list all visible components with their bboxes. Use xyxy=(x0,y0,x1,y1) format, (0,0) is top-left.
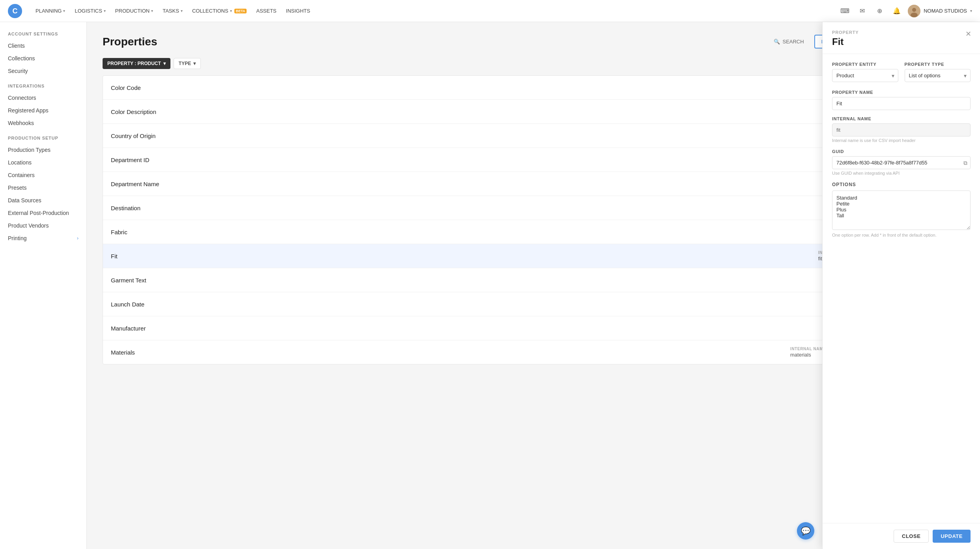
type-filter-button[interactable]: TYPE ▾ xyxy=(174,58,201,69)
nav-item-tasks[interactable]: TASKS▾ xyxy=(159,6,187,16)
globe-icon-btn[interactable]: ⊕ xyxy=(873,5,886,17)
property-type-field: PROPERTY TYPE List of options xyxy=(905,62,971,82)
sidebar: ACCOUNT SETTINGSClientsCollectionsSecuri… xyxy=(0,22,87,549)
guid-field: GUID ⧉ Use GUID when integrating via API xyxy=(832,149,971,176)
close-button[interactable]: CLOSE xyxy=(894,530,929,543)
sidebar-item-label: Webhooks xyxy=(8,120,34,126)
bell-icon-btn[interactable]: 🔔 xyxy=(890,5,903,17)
property-type-select-wrapper: List of options xyxy=(905,69,971,82)
sidebar-item-label: Production Types xyxy=(8,147,50,153)
property-type-label: PROPERTY TYPE xyxy=(905,62,971,67)
property-name-input[interactable] xyxy=(832,97,971,110)
sidebar-item-containers[interactable]: Containers xyxy=(0,169,86,181)
chevron-down-icon: ▾ xyxy=(230,9,232,13)
keyboard-icon-btn[interactable]: ⌨ xyxy=(838,5,851,17)
options-textarea[interactable] xyxy=(832,190,971,230)
property-entity-select[interactable]: Product xyxy=(832,69,898,82)
panel-body: PROPERTY ENTITY Product PROPERTY TYPE Li… xyxy=(823,54,980,523)
property-row-name: Fit xyxy=(111,253,818,260)
sidebar-item-label: Data Sources xyxy=(8,197,41,204)
property-row-name: Department ID xyxy=(111,157,877,163)
sidebar-item-product-vendors[interactable]: Product Vendors xyxy=(0,219,86,232)
sidebar-item-webhooks[interactable]: Webhooks xyxy=(0,117,86,129)
nav-item-logistics[interactable]: LOGISTICS▾ xyxy=(71,6,109,16)
sidebar-item-printing[interactable]: Printing› xyxy=(0,232,86,245)
nav-item-assets[interactable]: ASSETS xyxy=(252,6,280,16)
sidebar-item-clients[interactable]: Clients xyxy=(0,39,86,52)
property-row-name: Country of Origin xyxy=(111,133,877,139)
sidebar-item-label: Containers xyxy=(8,172,35,178)
top-nav: C PLANNING▾LOGISTICS▾PRODUCTION▾TASKS▾CO… xyxy=(0,0,980,22)
sidebar-item-label: Clients xyxy=(8,43,25,49)
sidebar-item-locations[interactable]: Locations xyxy=(0,156,86,169)
entity-type-row: PROPERTY ENTITY Product PROPERTY TYPE Li… xyxy=(832,62,971,82)
side-panel: PROPERTY Fit ✕ PROPERTY ENTITY Product P… xyxy=(822,22,980,549)
guid-input-wrapper: ⧉ xyxy=(832,156,971,169)
property-meta-value: materials xyxy=(790,352,811,358)
property-meta-label: INTERNAL NAME xyxy=(790,347,826,351)
email-icon-btn[interactable]: ✉ xyxy=(856,5,868,17)
sidebar-item-collections[interactable]: Collections xyxy=(0,52,86,65)
internal-name-field: INTERNAL NAME Internal name is use for C… xyxy=(832,116,971,143)
property-entity-label: PROPERTY ENTITY xyxy=(832,62,898,67)
update-button[interactable]: UPDATE xyxy=(933,530,971,543)
property-entity-field: PROPERTY ENTITY Product xyxy=(832,62,898,82)
sidebar-item-label: Connectors xyxy=(8,95,36,101)
options-field: OPTIONS One option per row. Add * in fro… xyxy=(832,182,971,237)
panel-title: Fit xyxy=(832,36,971,47)
app-logo[interactable]: C xyxy=(8,4,22,18)
nav-item-planning[interactable]: PLANNING▾ xyxy=(32,6,69,16)
sidebar-item-presets[interactable]: Presets xyxy=(0,181,86,194)
nav-right: ⌨ ✉ ⊕ 🔔 NOMAD STUDIOS ▾ xyxy=(838,5,972,17)
guid-label: GUID xyxy=(832,149,971,154)
user-avatar xyxy=(908,5,920,17)
property-row-name: Materials xyxy=(111,349,790,356)
property-row-name: Department Name xyxy=(111,181,877,187)
page-title: Properties xyxy=(103,35,157,48)
sidebar-item-production-types[interactable]: Production Types xyxy=(0,144,86,156)
panel-header: PROPERTY Fit ✕ xyxy=(823,22,980,54)
sidebar-item-registered-apps[interactable]: Registered Apps xyxy=(0,104,86,117)
svg-point-3 xyxy=(912,8,916,12)
search-button[interactable]: 🔍 SEARCH xyxy=(768,35,809,48)
user-menu[interactable]: NOMAD STUDIOS ▾ xyxy=(908,5,972,17)
chevron-down-icon: ▾ xyxy=(104,9,106,13)
sidebar-item-external-post-production[interactable]: External Post-Production xyxy=(0,207,86,219)
property-type-select[interactable]: List of options xyxy=(905,69,971,82)
internal-name-label: INTERNAL NAME xyxy=(832,116,971,121)
user-name: NOMAD STUDIOS xyxy=(924,8,967,14)
sidebar-item-label: External Post-Production xyxy=(8,210,69,216)
nav-item-collections[interactable]: COLLECTIONS▾BETA xyxy=(188,6,251,16)
sidebar-item-label: Product Vendors xyxy=(8,222,49,229)
property-name-field: PROPERTY NAME xyxy=(832,90,971,110)
property-row-name: Destination xyxy=(111,205,877,211)
chat-bubble-button[interactable]: 💬 xyxy=(797,522,814,540)
property-filter-chevron-icon: ▾ xyxy=(163,61,166,66)
copy-icon[interactable]: ⧉ xyxy=(963,159,967,166)
svg-point-4 xyxy=(911,13,918,17)
property-row-name: Color Code xyxy=(111,84,877,91)
property-row-name: Manufacturer xyxy=(111,325,877,332)
sidebar-item-data-sources[interactable]: Data Sources xyxy=(0,194,86,207)
type-filter-label: TYPE xyxy=(179,61,191,66)
internal-name-hint: Internal name is use for CSV import head… xyxy=(832,138,971,143)
property-name-label: PROPERTY NAME xyxy=(832,90,971,95)
property-filter-button[interactable]: PROPERTY : PRODUCT ▾ xyxy=(103,58,170,69)
sidebar-item-label: Security xyxy=(8,68,28,74)
nav-item-insights[interactable]: INSIGHTS xyxy=(282,6,314,16)
sidebar-item-label: Collections xyxy=(8,55,35,62)
sidebar-section-title: INTEGRATIONS xyxy=(0,77,86,92)
sidebar-item-security[interactable]: Security xyxy=(0,65,86,77)
panel-close-button[interactable]: ✕ xyxy=(963,28,974,39)
property-row-name: Garment Text xyxy=(111,277,877,284)
sidebar-item-connectors[interactable]: Connectors xyxy=(0,92,86,104)
beta-badge: BETA xyxy=(234,9,247,13)
type-filter-chevron-icon: ▾ xyxy=(193,61,196,66)
options-hint: One option per row. Add * in front of th… xyxy=(832,233,971,237)
app-layout: ACCOUNT SETTINGSClientsCollectionsSecuri… xyxy=(0,22,980,549)
user-chevron-icon: ▾ xyxy=(970,9,972,13)
nav-item-production[interactable]: PRODUCTION▾ xyxy=(111,6,157,16)
property-row-name: Launch Date xyxy=(111,301,877,308)
search-icon: 🔍 xyxy=(774,39,780,45)
property-row-name: Fabric xyxy=(111,229,877,235)
